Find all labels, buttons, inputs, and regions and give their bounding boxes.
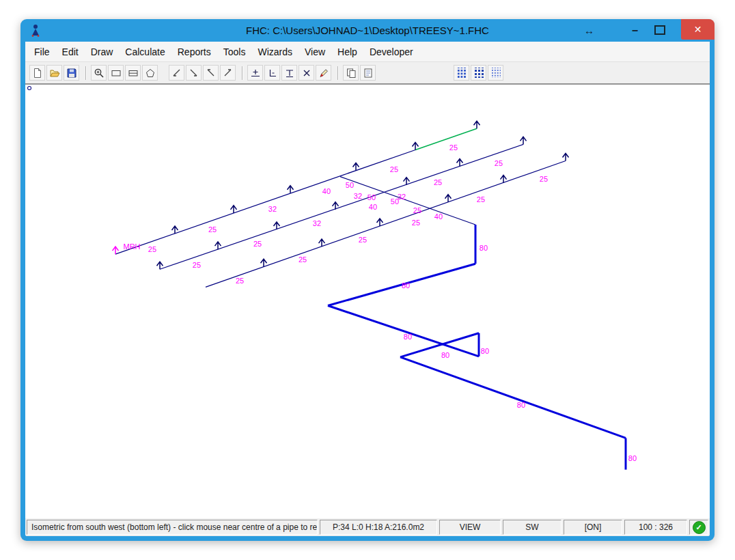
svg-text:80: 80 — [480, 244, 488, 252]
svg-text:80: 80 — [441, 351, 449, 359]
svg-text:25: 25 — [236, 277, 244, 285]
resize-icon[interactable]: ↔ — [584, 19, 594, 42]
svg-text:25: 25 — [495, 159, 503, 167]
title-bar[interactable]: FHC: C:\Users\JOHNAD~1\Desktop\TREESY~1.… — [20, 19, 715, 42]
svg-text:25: 25 — [477, 195, 485, 204]
svg-text:25: 25 — [434, 178, 442, 186]
split-rectangle-tool-button[interactable] — [125, 65, 141, 81]
copy-button[interactable] — [343, 65, 359, 81]
drawing-svg: MRH2525324050325040503225254025252525322… — [25, 85, 710, 518]
window-body: File Edit Draw Calculate Reports Tools W… — [25, 42, 710, 536]
menu-bar: File Edit Draw Calculate Reports Tools W… — [25, 42, 710, 62]
svg-text:40: 40 — [322, 187, 331, 195]
maximize-icon — [654, 25, 665, 35]
svg-text:32: 32 — [313, 219, 321, 227]
status-mode[interactable]: VIEW — [439, 520, 501, 535]
rectangle-tool-button[interactable] — [108, 65, 124, 81]
svg-text:25: 25 — [412, 219, 420, 227]
polygon-tool-button[interactable] — [142, 65, 158, 81]
open-file-button[interactable] — [46, 65, 62, 81]
svg-text:80: 80 — [404, 333, 412, 341]
svg-text:25: 25 — [359, 236, 367, 244]
new-file-button[interactable] — [29, 65, 45, 81]
menu-wizards[interactable]: Wizards — [251, 42, 299, 61]
drawing-canvas[interactable]: MRH2525324050325040503225254025252525322… — [25, 84, 710, 518]
pipe-add-button[interactable] — [247, 65, 263, 81]
window-title: FHC: C:\Users\JOHNAD~1\Desktop\TREESY~1.… — [20, 19, 715, 42]
maximize-button[interactable] — [654, 19, 665, 42]
svg-text:80: 80 — [402, 281, 410, 290]
menu-edit[interactable]: Edit — [56, 42, 85, 61]
menu-reports[interactable]: Reports — [171, 42, 217, 61]
svg-text:32: 32 — [398, 193, 406, 201]
dot-grid-fine-icon — [490, 68, 501, 78]
status-ok-cell[interactable]: ✓ — [689, 520, 708, 535]
toolbar-separator — [85, 66, 86, 80]
svg-text:50: 50 — [346, 181, 354, 189]
svg-text:80: 80 — [628, 454, 637, 462]
svg-text:25: 25 — [193, 261, 201, 269]
svg-text:50: 50 — [368, 193, 376, 201]
dot-grid-icon — [456, 68, 467, 78]
toolbar-separator — [337, 66, 338, 80]
pipe-edit-pen-button[interactable] — [316, 65, 331, 81]
menu-developer[interactable]: Developer — [363, 42, 419, 61]
svg-text:MRH: MRH — [123, 242, 140, 251]
menu-draw[interactable]: Draw — [85, 42, 120, 61]
svg-text:32: 32 — [268, 205, 277, 213]
svg-text:25: 25 — [449, 143, 458, 152]
svg-text:25: 25 — [253, 240, 262, 248]
line-ne-button[interactable] — [169, 65, 184, 81]
status-direction[interactable]: SW — [503, 520, 561, 535]
report-form-button[interactable] — [360, 65, 376, 81]
minimize-button[interactable]: − — [632, 19, 638, 42]
menu-view[interactable]: View — [299, 42, 331, 61]
status-bar: Isometric from south west (bottom left) … — [25, 518, 710, 536]
pipe-delete-button[interactable] — [299, 65, 314, 81]
svg-text:25: 25 — [299, 255, 307, 264]
svg-text:40: 40 — [434, 212, 443, 221]
status-state[interactable]: [ON] — [564, 520, 622, 535]
svg-text:25: 25 — [413, 206, 421, 214]
svg-text:80: 80 — [481, 347, 489, 355]
svg-text:25: 25 — [540, 175, 548, 183]
status-ratio: 100 : 326 — [624, 520, 687, 535]
line-sw-button[interactable] — [203, 65, 219, 81]
line-se-button[interactable] — [186, 65, 202, 81]
menu-help[interactable]: Help — [331, 42, 363, 61]
node-grid-fine-button[interactable] — [488, 65, 503, 81]
menu-file[interactable]: File — [28, 42, 56, 61]
svg-text:40: 40 — [369, 203, 377, 211]
check-icon: ✓ — [693, 521, 706, 534]
svg-text:32: 32 — [354, 192, 362, 200]
dot-grid-bold-icon — [473, 68, 484, 78]
tool-bar — [25, 62, 710, 84]
pipe-tee-button[interactable] — [281, 65, 297, 81]
node-grid-small-button[interactable] — [454, 65, 469, 81]
svg-text:25: 25 — [148, 245, 156, 253]
status-counts: P:34 L:0 H:18 A:216.0m2 — [320, 520, 437, 535]
pipe-elbow-button[interactable] — [264, 65, 280, 81]
line-nw-button[interactable] — [220, 65, 236, 81]
svg-text:25: 25 — [390, 165, 398, 173]
close-button[interactable]: ✕ — [681, 19, 715, 40]
menu-calculate[interactable]: Calculate — [119, 42, 171, 61]
app-window: FHC: C:\Users\JOHNAD~1\Desktop\TREESY~1.… — [20, 19, 715, 541]
svg-text:80: 80 — [517, 401, 525, 409]
zoom-button[interactable] — [91, 65, 107, 81]
menu-tools[interactable]: Tools — [217, 42, 252, 61]
save-file-button[interactable] — [64, 65, 79, 81]
svg-text:25: 25 — [208, 225, 217, 234]
node-grid-bold-button[interactable] — [471, 65, 486, 81]
status-message: Isometric from south west (bottom left) … — [27, 520, 318, 535]
toolbar-separator — [242, 66, 242, 80]
